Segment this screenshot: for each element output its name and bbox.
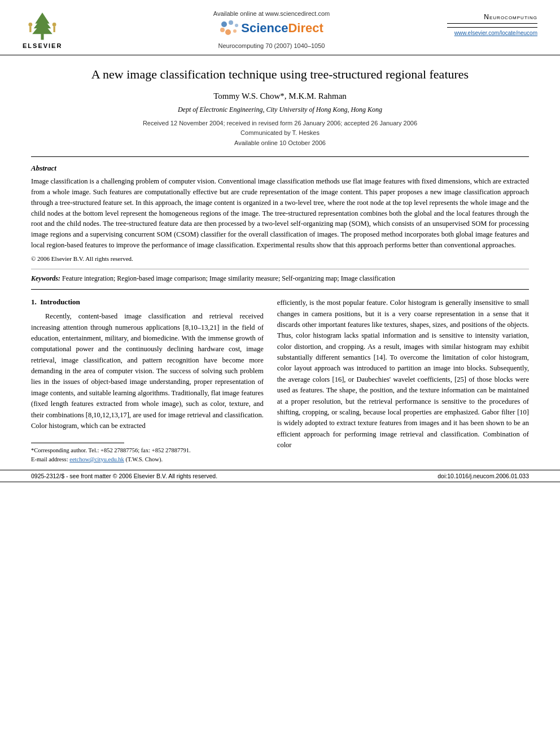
journal-url[interactable]: www.elsevier.com/locate/neucom: [454, 30, 537, 36]
header-line-top: [447, 23, 537, 24]
svg-rect-7: [54, 27, 55, 32]
intro-heading: 1. 1. IntroductionIntroduction: [31, 298, 264, 307]
communicated-line: Communicated by T. Heskes: [31, 128, 529, 138]
science-text: Science: [241, 21, 288, 35]
header-line-bottom: [447, 27, 537, 28]
footnote-email: E-mail address: eetchow@cityu.edu.hk (T.…: [31, 455, 264, 464]
header-right: Neurocomputing www.elsevier.com/locate/n…: [447, 10, 537, 36]
available-online-text: Available online at www.sciencedirect.co…: [213, 10, 330, 17]
copyright-line: © 2006 Elsevier B.V. All rights reserved…: [31, 255, 529, 262]
column-right: efficiently, is the most popular feature…: [277, 298, 529, 464]
journal-name-header: Neurocomputing 70 (2007) 1040–1050: [218, 42, 325, 49]
svg-point-8: [221, 21, 227, 27]
svg-point-4: [29, 23, 33, 27]
available-online-article: Available online 10 October 2006: [31, 138, 529, 148]
elsevier-logo: ELSEVIER: [23, 10, 62, 49]
received-dates: Received 12 November 2004; received in r…: [31, 119, 529, 148]
keywords-text: Feature integration; Region-based image …: [62, 274, 395, 282]
authors: Tommy W.S. Chow*, M.K.M. Rahman: [31, 91, 529, 101]
two-column-layout: 1. 1. IntroductionIntroduction Recently,…: [31, 298, 529, 464]
svg-point-6: [53, 23, 56, 27]
article-title: A new image classification technique usi…: [31, 67, 529, 83]
column-left: 1. 1. IntroductionIntroduction Recently,…: [31, 298, 264, 464]
intro-right-text: efficiently, is the most popular feature…: [277, 298, 529, 451]
svg-point-9: [229, 20, 233, 25]
main-content: A new image classification technique usi…: [0, 67, 560, 464]
section-line-1: [31, 156, 529, 157]
thin-line-1: [31, 269, 529, 269]
sciencedirect-logo: ScienceDirect: [220, 20, 323, 37]
neurocomputing-title: Neurocomputing: [484, 13, 537, 21]
header-center: Available online at www.sciencedirect.co…: [96, 10, 447, 49]
svg-rect-0: [41, 33, 44, 40]
footnote-corresponding: *Corresponding author. Tel.: +852 278877…: [31, 446, 264, 455]
section-line-2: [31, 289, 529, 290]
header-left: ELSEVIER: [23, 10, 96, 49]
abstract-text: Image classification is a challenging pr…: [31, 176, 529, 250]
svg-point-12: [225, 29, 231, 35]
sciencedirect-name: ScienceDirect: [241, 21, 323, 36]
keywords-line: Keywords: Feature integration; Region-ba…: [31, 273, 529, 283]
sd-icon: [220, 20, 241, 37]
header: ELSEVIER Available online at www.science…: [0, 0, 560, 55]
footnote-line: [31, 443, 124, 443]
affiliation: Dept of Electronic Engineering, City Uni…: [31, 106, 529, 114]
bottom-bar: 0925-2312/$ - see front matter © 2006 El…: [0, 470, 560, 482]
section-number: 1.: [31, 298, 37, 306]
svg-point-11: [220, 28, 225, 32]
received-line: Received 12 November 2004; received in r…: [31, 119, 529, 129]
svg-rect-5: [29, 27, 31, 32]
authors-text: Tommy W.S. Chow*, M.K.M. Rahman: [213, 91, 347, 101]
abstract-section: Abstract Image classification is a chall…: [31, 164, 529, 261]
svg-point-10: [235, 24, 238, 27]
page: ELSEVIER Available online at www.science…: [0, 0, 560, 747]
email-link[interactable]: eetchow@cityu.edu.hk: [69, 456, 124, 462]
intro-left-text: Recently, content-based image classifica…: [31, 311, 264, 431]
elsevier-label: ELSEVIER: [23, 42, 62, 49]
keywords-label: Keywords:: [31, 274, 60, 282]
svg-point-13: [233, 29, 237, 33]
bottom-bar-doi: doi:10.1016/j.neucom.2006.01.033: [438, 473, 529, 479]
bottom-bar-issn: 0925-2312/$ - see front matter © 2006 El…: [31, 473, 217, 479]
elsevier-tree-icon: [25, 10, 59, 41]
abstract-label: Abstract: [31, 164, 529, 173]
top-border-line: [0, 55, 560, 55]
direct-text: Direct: [288, 21, 323, 35]
